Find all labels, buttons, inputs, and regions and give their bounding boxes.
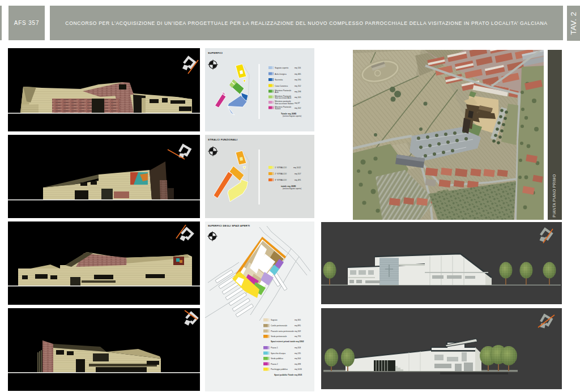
svg-text:mq 498: mq 498: [295, 363, 301, 365]
svg-text:Piazza 1: Piazza 1: [271, 347, 278, 349]
svg-text:Aula Liturgica: Aula Liturgica: [275, 73, 287, 75]
svg-text:Sagrato coperto: Sagrato coperto: [275, 67, 288, 69]
svg-text:mq 105: mq 105: [295, 96, 301, 99]
svg-text:Casa Canonica: Casa Canonica: [275, 85, 288, 87]
svg-text:(escluso Sagrato coperto): (escluso Sagrato coperto): [283, 115, 301, 117]
svg-text:mq 793: mq 793: [295, 335, 301, 338]
svg-text:Salone: Salone: [275, 108, 281, 110]
svg-text:mq 116: mq 116: [295, 67, 301, 69]
svg-text:mq 1012: mq 1012: [293, 167, 301, 169]
svg-text:mq 305: mq 305: [295, 319, 301, 321]
svg-text:mq 557: mq 557: [295, 173, 301, 175]
svg-text:mq 895: mq 895: [295, 325, 301, 327]
svg-text:mq 1016: mq 1016: [295, 368, 302, 370]
svg-text:mq 252: mq 252: [295, 85, 301, 87]
svg-text:mq 67: mq 67: [295, 102, 300, 104]
svg-text:mq 135: mq 135: [295, 352, 301, 355]
svg-text:mq 491: mq 491: [295, 179, 301, 181]
svg-text:Piazzale sosta pertinenziale: Piazzale sosta pertinenziale: [271, 330, 294, 333]
svg-text:2° STRALCIO: 2° STRALCIO: [275, 173, 287, 175]
svg-text:Spazi esterni privati totale m: Spazi esterni privati totale mq 2262: [271, 340, 304, 343]
svg-text:mq 269: mq 269: [295, 330, 301, 333]
svg-text:mq 190: mq 190: [295, 79, 301, 81]
svg-text:Vani accessori Salone: Vani accessori Salone: [275, 103, 293, 105]
svg-text:Piazza 2: Piazza 2: [271, 363, 278, 365]
svg-text:mq 318: mq 318: [295, 347, 301, 349]
svg-text:Cortile pertinenziale: Cortile pertinenziale: [271, 325, 287, 327]
svg-text:3° STRALCIO: 3° STRALCIO: [275, 179, 287, 181]
svg-text:STRALCI FUNZIONALI: STRALCI FUNZIONALI: [208, 138, 237, 141]
svg-text:1° STRALCIO: 1° STRALCIO: [275, 167, 287, 169]
svg-text:Specchio d’acqua: Specchio d’acqua: [271, 352, 285, 355]
svg-text:Sagrato: Sagrato: [271, 319, 278, 321]
svg-text:Verde pubblico: Verde pubblico: [271, 357, 283, 360]
svg-text:mq 202: mq 202: [295, 107, 301, 109]
svg-text:Verde pertinenziale: Verde pertinenziale: [271, 335, 287, 338]
svg-text:mq 465: mq 465: [295, 73, 301, 75]
svg-text:Vani accessori Aule: Vani accessori Aule: [275, 97, 291, 99]
svg-text:Parcheggio pubblico: Parcheggio pubblico: [271, 368, 288, 370]
svg-text:mq 298: mq 298: [295, 91, 301, 93]
svg-text:Spazi pubblici Totale mq 2531: Spazi pubblici Totale mq 2531: [274, 374, 302, 376]
svg-text:SUPERFICI: SUPERFICI: [208, 52, 223, 54]
svg-text:SUPERFICI DEGLI SPAZI APERTI: SUPERFICI DEGLI SPAZI APERTI: [208, 224, 250, 227]
svg-text:Sacrestia: Sacrestia: [275, 79, 283, 81]
svg-text:Aule: Aule: [275, 91, 279, 93]
svg-text:(escluso Sagrato coperto): (escluso Sagrato coperto): [283, 188, 301, 190]
svg-text:mq 564: mq 564: [295, 357, 301, 360]
